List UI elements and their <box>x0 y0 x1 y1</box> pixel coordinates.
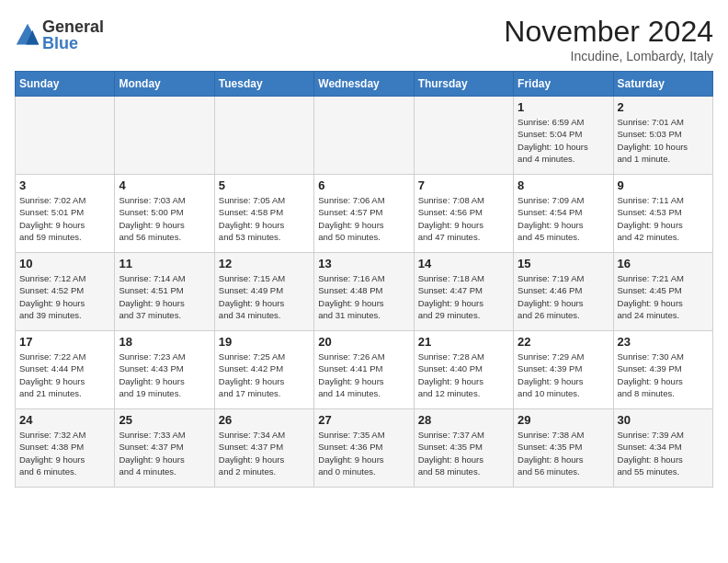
day-info: Sunrise: 7:18 AMSunset: 4:47 PMDaylight:… <box>418 272 509 321</box>
day-number: 11 <box>119 257 210 270</box>
day-info: Sunrise: 7:11 AMSunset: 4:53 PMDaylight:… <box>618 194 709 243</box>
day-cell <box>214 97 313 175</box>
day-cell: 26Sunrise: 7:34 AMSunset: 4:37 PMDayligh… <box>214 409 313 488</box>
header-day-wednesday: Wednesday <box>314 72 414 97</box>
day-info: Sunrise: 7:03 AMSunset: 5:00 PMDaylight:… <box>119 194 210 243</box>
day-info: Sunrise: 7:34 AMSunset: 4:37 PMDaylight:… <box>219 429 310 477</box>
day-cell: 21Sunrise: 7:28 AMSunset: 4:40 PMDayligh… <box>414 331 513 409</box>
day-number: 17 <box>19 335 110 349</box>
week-row-0: 1Sunrise: 6:59 AMSunset: 5:04 PMDaylight… <box>16 97 713 175</box>
week-row-4: 24Sunrise: 7:32 AMSunset: 4:38 PMDayligh… <box>16 409 713 488</box>
day-cell <box>414 97 513 175</box>
day-number: 23 <box>618 335 709 349</box>
header: General Blue November 2024 Incudine, Lom… <box>15 15 713 63</box>
day-number: 16 <box>618 257 709 270</box>
day-number: 13 <box>318 257 409 270</box>
day-info: Sunrise: 7:01 AMSunset: 5:03 PMDaylight:… <box>618 116 709 165</box>
header-row: SundayMondayTuesdayWednesdayThursdayFrid… <box>16 72 713 97</box>
day-number: 7 <box>418 178 509 192</box>
day-cell: 8Sunrise: 7:09 AMSunset: 4:54 PMDaylight… <box>514 175 613 253</box>
title-area: November 2024 Incudine, Lombardy, Italy <box>504 15 713 63</box>
day-cell: 4Sunrise: 7:03 AMSunset: 5:00 PMDaylight… <box>115 175 214 253</box>
day-cell: 28Sunrise: 7:37 AMSunset: 4:35 PMDayligh… <box>414 409 513 488</box>
day-info: Sunrise: 7:32 AMSunset: 4:38 PMDaylight:… <box>19 429 110 477</box>
day-cell: 29Sunrise: 7:38 AMSunset: 4:35 PMDayligh… <box>514 409 613 488</box>
logo-blue-text: Blue <box>42 35 104 52</box>
day-number: 5 <box>219 178 310 192</box>
day-number: 8 <box>518 178 609 192</box>
day-cell: 2Sunrise: 7:01 AMSunset: 5:03 PMDaylight… <box>613 97 712 175</box>
day-number: 6 <box>318 178 409 192</box>
logo-general-text: General <box>42 18 104 35</box>
day-number: 25 <box>119 413 210 427</box>
day-cell: 16Sunrise: 7:21 AMSunset: 4:45 PMDayligh… <box>613 253 712 331</box>
day-cell: 25Sunrise: 7:33 AMSunset: 4:37 PMDayligh… <box>115 409 214 488</box>
day-number: 14 <box>418 257 509 270</box>
day-number: 21 <box>418 335 509 349</box>
header-day-tuesday: Tuesday <box>214 72 313 97</box>
month-title: November 2024 <box>504 15 713 49</box>
day-cell <box>115 97 214 175</box>
day-number: 29 <box>518 413 609 427</box>
day-info: Sunrise: 7:16 AMSunset: 4:48 PMDaylight:… <box>318 272 409 321</box>
day-cell: 5Sunrise: 7:05 AMSunset: 4:58 PMDaylight… <box>214 175 313 253</box>
day-number: 18 <box>119 335 210 349</box>
day-cell: 30Sunrise: 7:39 AMSunset: 4:34 PMDayligh… <box>613 409 712 488</box>
day-info: Sunrise: 7:15 AMSunset: 4:49 PMDaylight:… <box>219 272 310 321</box>
day-number: 20 <box>318 335 409 349</box>
week-row-1: 3Sunrise: 7:02 AMSunset: 5:01 PMDaylight… <box>16 175 713 253</box>
day-cell: 19Sunrise: 7:25 AMSunset: 4:42 PMDayligh… <box>214 331 313 409</box>
day-info: Sunrise: 7:05 AMSunset: 4:58 PMDaylight:… <box>219 194 310 243</box>
day-number: 2 <box>618 100 709 114</box>
day-number: 22 <box>518 335 609 349</box>
day-info: Sunrise: 7:38 AMSunset: 4:35 PMDaylight:… <box>518 429 609 477</box>
day-info: Sunrise: 7:30 AMSunset: 4:39 PMDaylight:… <box>618 350 709 399</box>
day-cell: 13Sunrise: 7:16 AMSunset: 4:48 PMDayligh… <box>314 253 414 331</box>
day-cell: 15Sunrise: 7:19 AMSunset: 4:46 PMDayligh… <box>514 253 613 331</box>
day-info: Sunrise: 7:22 AMSunset: 4:44 PMDaylight:… <box>19 350 110 399</box>
day-info: Sunrise: 7:08 AMSunset: 4:56 PMDaylight:… <box>418 194 509 243</box>
day-info: Sunrise: 7:28 AMSunset: 4:40 PMDaylight:… <box>418 350 509 399</box>
day-cell: 14Sunrise: 7:18 AMSunset: 4:47 PMDayligh… <box>414 253 513 331</box>
week-row-2: 10Sunrise: 7:12 AMSunset: 4:52 PMDayligh… <box>16 253 713 331</box>
day-number: 1 <box>518 100 609 114</box>
day-number: 10 <box>19 257 110 270</box>
day-info: Sunrise: 7:35 AMSunset: 4:36 PMDaylight:… <box>318 429 409 477</box>
day-info: Sunrise: 7:33 AMSunset: 4:37 PMDaylight:… <box>119 429 210 477</box>
day-cell: 24Sunrise: 7:32 AMSunset: 4:38 PMDayligh… <box>16 409 115 488</box>
calendar-header: SundayMondayTuesdayWednesdayThursdayFrid… <box>16 72 713 97</box>
day-cell: 1Sunrise: 6:59 AMSunset: 5:04 PMDaylight… <box>514 97 613 175</box>
day-cell: 3Sunrise: 7:02 AMSunset: 5:01 PMDaylight… <box>16 175 115 253</box>
day-number: 28 <box>418 413 509 427</box>
day-number: 24 <box>19 413 110 427</box>
day-cell: 7Sunrise: 7:08 AMSunset: 4:56 PMDaylight… <box>414 175 513 253</box>
day-info: Sunrise: 7:06 AMSunset: 4:57 PMDaylight:… <box>318 194 409 243</box>
calendar-table: SundayMondayTuesdayWednesdayThursdayFrid… <box>15 71 713 488</box>
day-info: Sunrise: 7:19 AMSunset: 4:46 PMDaylight:… <box>518 272 609 321</box>
day-info: Sunrise: 7:09 AMSunset: 4:54 PMDaylight:… <box>518 194 609 243</box>
header-day-monday: Monday <box>115 72 214 97</box>
day-info: Sunrise: 7:14 AMSunset: 4:51 PMDaylight:… <box>119 272 210 321</box>
day-info: Sunrise: 7:25 AMSunset: 4:42 PMDaylight:… <box>219 350 310 399</box>
day-number: 27 <box>318 413 409 427</box>
location: Incudine, Lombardy, Italy <box>504 49 713 63</box>
day-number: 3 <box>19 178 110 192</box>
day-cell <box>314 97 414 175</box>
day-cell: 27Sunrise: 7:35 AMSunset: 4:36 PMDayligh… <box>314 409 414 488</box>
day-cell: 11Sunrise: 7:14 AMSunset: 4:51 PMDayligh… <box>115 253 214 331</box>
day-cell: 22Sunrise: 7:29 AMSunset: 4:39 PMDayligh… <box>514 331 613 409</box>
logo: General Blue <box>15 18 104 52</box>
logo-text: General Blue <box>42 18 104 52</box>
day-info: Sunrise: 7:23 AMSunset: 4:43 PMDaylight:… <box>119 350 210 399</box>
day-cell: 18Sunrise: 7:23 AMSunset: 4:43 PMDayligh… <box>115 331 214 409</box>
day-number: 30 <box>618 413 709 427</box>
day-cell: 12Sunrise: 7:15 AMSunset: 4:49 PMDayligh… <box>214 253 313 331</box>
header-day-saturday: Saturday <box>613 72 712 97</box>
day-number: 26 <box>219 413 310 427</box>
day-info: Sunrise: 6:59 AMSunset: 5:04 PMDaylight:… <box>518 116 609 165</box>
day-info: Sunrise: 7:37 AMSunset: 4:35 PMDaylight:… <box>418 429 509 477</box>
calendar-body: 1Sunrise: 6:59 AMSunset: 5:04 PMDaylight… <box>16 97 713 488</box>
day-info: Sunrise: 7:12 AMSunset: 4:52 PMDaylight:… <box>19 272 110 321</box>
header-day-thursday: Thursday <box>414 72 513 97</box>
day-cell: 23Sunrise: 7:30 AMSunset: 4:39 PMDayligh… <box>613 331 712 409</box>
